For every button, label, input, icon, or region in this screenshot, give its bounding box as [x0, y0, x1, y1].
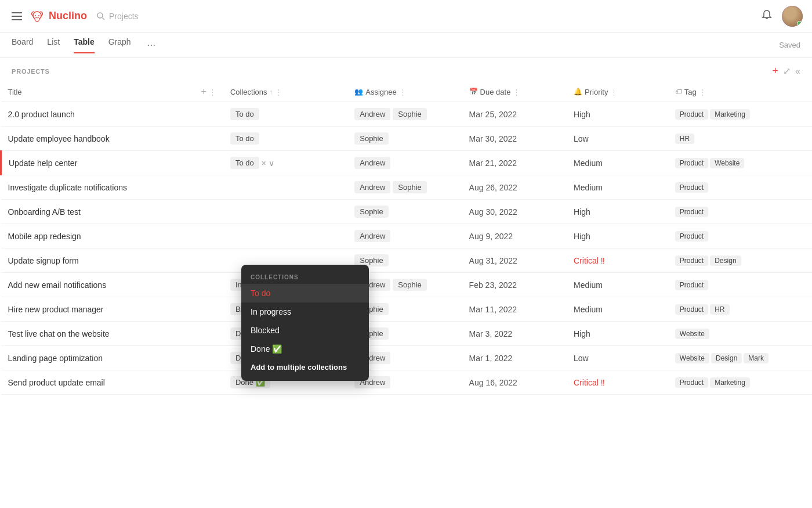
cell-duedate: Aug 9, 2022: [462, 224, 567, 248]
notifications-button[interactable]: [761, 9, 773, 23]
topbar-right: [761, 6, 803, 27]
cell-duedate: Mar 3, 2022: [462, 322, 567, 346]
duedate-col-menu[interactable]: ⋮: [513, 88, 520, 96]
tag-pill: Product: [675, 255, 708, 266]
nav-tabs: Board List Table Graph ⋯ Saved: [0, 33, 812, 58]
cell-tags: Website: [668, 322, 812, 346]
cell-collections[interactable]: To do: [223, 102, 347, 127]
cell-duedate: Aug 31, 2022: [462, 248, 567, 273]
dropdown-item-done[interactable]: Done ✅: [241, 340, 369, 358]
search-area[interactable]: Projects: [96, 12, 752, 21]
tag-pill: HR: [675, 134, 694, 144]
cell-collections[interactable]: To do×∨: [223, 151, 347, 175]
cell-assignee[interactable]: AndrewSophie: [347, 102, 462, 127]
online-indicator: [797, 21, 802, 26]
collections-col-menu[interactable]: ⋮: [275, 88, 282, 96]
table-row: Update help centerTo do×∨AndrewMar 21, 2…: [1, 151, 813, 175]
priority-label: High: [574, 329, 590, 338]
tag-pill: Product: [675, 207, 708, 217]
col-header-duedate: 📅 Due date ⋮: [462, 82, 567, 102]
cell-title[interactable]: Investigate duplicate notifications: [1, 175, 223, 200]
cell-title[interactable]: Hire new product manager: [1, 297, 223, 322]
collections-sort-button[interactable]: ↑: [270, 88, 273, 95]
cell-title[interactable]: Onboarding A/B test: [1, 200, 223, 224]
cell-assignee[interactable]: AndrewSophie: [347, 175, 462, 200]
tag-pill: Mark: [744, 353, 768, 363]
add-title-button[interactable]: +: [201, 87, 206, 97]
assignee-pill: Andrew: [354, 157, 390, 169]
cell-collections[interactable]: To do: [223, 127, 347, 151]
cell-priority: Critical ‼: [567, 248, 668, 273]
cell-collections[interactable]: [223, 175, 347, 200]
cell-title[interactable]: Test live chat on the website: [1, 322, 223, 346]
assignee-pill: Sophie: [393, 108, 426, 120]
cell-title[interactable]: Add new email notifications: [1, 273, 223, 297]
avatar[interactable]: [782, 6, 803, 27]
cell-tags: HR: [668, 127, 812, 151]
tag-col-menu[interactable]: ⋮: [699, 88, 706, 96]
assignee-pill: Sophie: [393, 181, 426, 193]
col-header-assignee: 👥 Assignee ⋮: [347, 82, 462, 102]
tab-graph[interactable]: Graph: [108, 37, 131, 53]
dropdown-item-blocked[interactable]: Blocked: [241, 321, 369, 340]
table-row: Test live chat on the websiteDone ✅Sophi…: [1, 322, 813, 346]
cell-assignee[interactable]: Sophie: [347, 200, 462, 224]
priority-label: High: [574, 232, 590, 241]
cell-title[interactable]: Mobile app redesign: [1, 224, 223, 248]
priority-critical: Critical ‼: [574, 378, 605, 387]
cell-tags: ProductHR: [668, 297, 812, 322]
tab-list[interactable]: List: [47, 37, 60, 53]
cell-collections[interactable]: [223, 200, 347, 224]
dropdown-add-multiple[interactable]: Add to multiple collections: [241, 358, 369, 376]
cell-title[interactable]: Send product update email: [1, 370, 223, 395]
priority-label: High: [574, 110, 590, 119]
cell-title[interactable]: Update employee handbook: [1, 127, 223, 151]
cell-duedate: Mar 11, 2022: [462, 297, 567, 322]
tag-pill: Product: [675, 109, 708, 120]
cell-priority: Medium: [567, 151, 668, 175]
priority-label: Low: [574, 354, 589, 363]
duedate-col-label: Due date: [480, 88, 511, 96]
collection-dropdown-button[interactable]: ∨: [269, 158, 274, 168]
table-row: Update employee handbookTo doSophieMar 3…: [1, 127, 813, 151]
duedate-col-icon: 📅: [469, 88, 478, 96]
tag-pill: Website: [675, 329, 709, 339]
cell-priority: Medium: [567, 297, 668, 322]
cell-assignee[interactable]: Andrew: [347, 224, 462, 248]
menu-button[interactable]: [9, 10, 24, 23]
svg-point-1: [38, 15, 39, 16]
cell-duedate: Feb 23, 2022: [462, 273, 567, 297]
collapse-button[interactable]: «: [795, 66, 800, 77]
priority-col-menu[interactable]: ⋮: [610, 88, 618, 96]
cell-title[interactable]: 2.0 product launch: [1, 102, 223, 127]
cell-priority: Low: [567, 346, 668, 370]
add-item-button[interactable]: +: [773, 65, 779, 77]
cell-collections[interactable]: [223, 224, 347, 248]
tab-board[interactable]: Board: [12, 37, 33, 53]
assignee-pill: Andrew: [354, 230, 390, 242]
cell-tags: ProductWebsite: [668, 151, 812, 175]
dropdown-item-todo[interactable]: To do: [241, 284, 369, 302]
cell-assignee[interactable]: Sophie: [347, 127, 462, 151]
tab-table[interactable]: Table: [74, 37, 95, 53]
assignee-col-menu[interactable]: ⋮: [399, 88, 407, 96]
app-name: Nuclino: [49, 10, 87, 22]
cell-title[interactable]: Update help center: [1, 151, 223, 175]
dropdown-item-inprogress[interactable]: In progress: [241, 302, 369, 321]
brain-icon: [29, 9, 45, 23]
tag-pill: Marketing: [710, 377, 750, 388]
tag-pill: Website: [710, 158, 744, 168]
cell-tags: ProductDesign: [668, 248, 812, 273]
title-col-menu[interactable]: ⋮: [209, 88, 216, 96]
expand-button[interactable]: ⤢: [783, 66, 791, 77]
clear-collection-button[interactable]: ×: [262, 158, 266, 168]
cell-title[interactable]: Landing page optimization: [1, 346, 223, 370]
more-tabs-button[interactable]: ⋯: [147, 41, 155, 50]
tag-pill: Product: [675, 158, 708, 168]
projects-actions: + ⤢ «: [773, 65, 800, 77]
cell-title[interactable]: Update signup form: [1, 248, 223, 273]
tag-pill: Design: [711, 353, 742, 363]
assignee-pill: Andrew: [354, 181, 390, 193]
cell-assignee[interactable]: Andrew: [347, 151, 462, 175]
assignee-col-label: Assignee: [365, 88, 396, 96]
